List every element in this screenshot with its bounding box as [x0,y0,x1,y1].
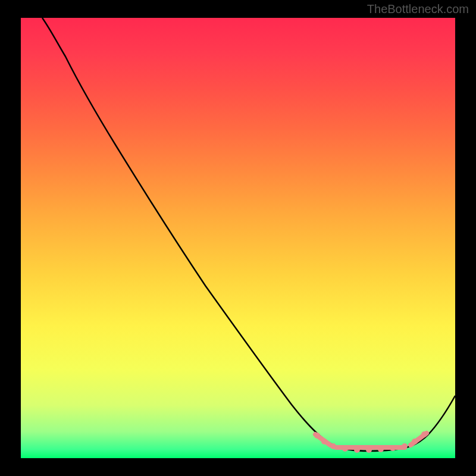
marker-dot [378,446,384,452]
marker-dot [412,439,418,444]
marker-dot [314,433,320,439]
marker-dot [342,446,348,452]
marker-dot [421,431,427,437]
marker-dot [354,447,360,453]
bottleneck-curve [42,18,455,451]
marker-dot [366,447,372,453]
marker-dot [330,443,336,449]
chart-svg [21,18,455,458]
marker-dot [390,445,396,451]
chart-plot-area [21,18,455,458]
marker-dot [321,439,327,444]
marker-dot [402,443,408,449]
watermark-text: TheBottleneck.com [367,2,469,16]
